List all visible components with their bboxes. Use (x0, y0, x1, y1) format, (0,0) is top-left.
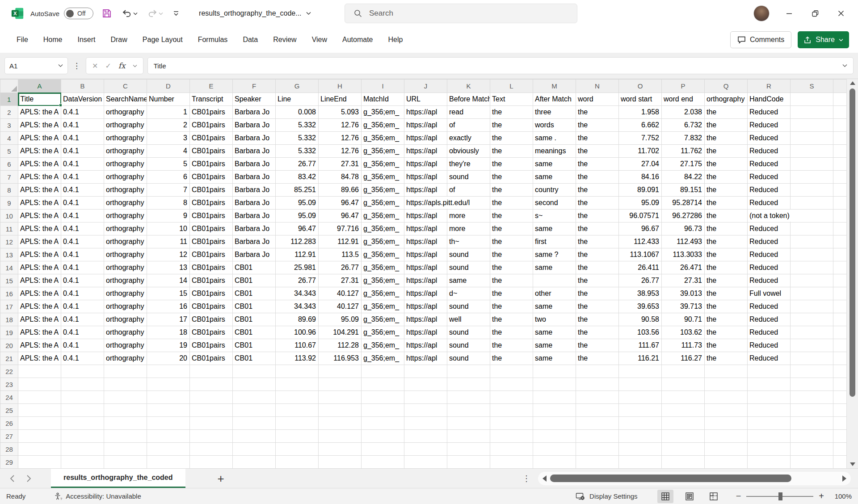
cell-K1[interactable]: Before Match (447, 93, 490, 106)
cell-J16[interactable]: https://apl (404, 287, 447, 300)
cell-partial-9[interactable] (833, 197, 847, 210)
tab-automate[interactable]: Automate (335, 31, 380, 48)
cell-N18[interactable]: the (576, 313, 619, 326)
tab-page-layout[interactable]: Page Layout (135, 31, 190, 48)
cell-F17[interactable]: CB01 (233, 300, 276, 313)
cell-E27[interactable] (190, 430, 233, 443)
cell-M17[interactable]: same (533, 300, 576, 313)
cell-M18[interactable]: two (533, 313, 576, 326)
cell-M28[interactable] (533, 443, 576, 456)
cell-N23[interactable] (576, 378, 619, 391)
cell-K20[interactable]: sound (447, 339, 490, 352)
cell-L12[interactable]: the (490, 235, 533, 248)
cell-C13[interactable]: orthography (104, 248, 147, 261)
cell-P5[interactable]: 11.762 (662, 145, 705, 158)
cell-O10[interactable]: 96.07571 (619, 210, 662, 223)
cell-F14[interactable]: CB01 (233, 261, 276, 274)
cell-L8[interactable]: the (490, 184, 533, 197)
cell-O5[interactable]: 11.702 (619, 145, 662, 158)
cell-R16[interactable]: Full vowel (748, 287, 791, 300)
cell-S18[interactable] (791, 313, 833, 326)
cell-E25[interactable] (190, 404, 233, 417)
cell-F10[interactable]: Barbara Jo (233, 210, 276, 223)
cell-O13[interactable]: 113.1067 (619, 248, 662, 261)
cell-N10[interactable]: the (576, 210, 619, 223)
cell-B29[interactable] (61, 456, 104, 469)
cell-L19[interactable]: the (490, 326, 533, 339)
cell-K26[interactable] (447, 417, 490, 430)
cell-partial-17[interactable] (833, 300, 847, 313)
cell-B21[interactable]: 0.4.1 (61, 352, 104, 365)
cell-D28[interactable] (147, 443, 190, 456)
cell-F3[interactable]: Barbara Jo (233, 119, 276, 132)
cell-R9[interactable]: Reduced (748, 197, 791, 210)
cell-S28[interactable] (791, 443, 833, 456)
cell-H24[interactable] (319, 391, 362, 404)
cell-D23[interactable] (147, 378, 190, 391)
cell-E14[interactable]: CB01pairs (190, 261, 233, 274)
cell-R29[interactable] (748, 456, 791, 469)
cell-K18[interactable]: well (447, 313, 490, 326)
cell-F25[interactable] (233, 404, 276, 417)
cell-E5[interactable]: CB01pairs (190, 145, 233, 158)
cell-S19[interactable] (791, 326, 833, 339)
cell-R8[interactable]: Reduced (748, 184, 791, 197)
cell-M6[interactable]: same (533, 158, 576, 171)
cell-M8[interactable]: country (533, 184, 576, 197)
cell-A22[interactable] (18, 365, 61, 378)
cell-B13[interactable]: 0.4.1 (61, 248, 104, 261)
cell-Q23[interactable] (705, 378, 748, 391)
cell-A11[interactable]: APLS: the A (18, 223, 61, 235)
column-header-E[interactable]: E (190, 80, 233, 93)
cell-K7[interactable]: sound (447, 171, 490, 184)
tab-insert[interactable]: Insert (70, 31, 103, 48)
cell-A14[interactable]: APLS: the A (18, 261, 61, 274)
tab-formulas[interactable]: Formulas (190, 31, 236, 48)
row-header-15[interactable]: 15 (0, 274, 18, 287)
cell-I18[interactable]: g_356;em_ (362, 313, 404, 326)
cell-D7[interactable]: 6 (147, 171, 190, 184)
cell-J23[interactable] (404, 378, 447, 391)
cell-C25[interactable] (104, 404, 147, 417)
row-header-9[interactable]: 9 (0, 197, 18, 210)
zoom-level[interactable]: 100% (832, 492, 852, 500)
cell-S7[interactable] (791, 171, 833, 184)
cell-H13[interactable]: 113.5 (319, 248, 362, 261)
cell-partial-14[interactable] (833, 261, 847, 274)
cell-C16[interactable]: orthography (104, 287, 147, 300)
cell-I26[interactable] (362, 417, 404, 430)
cell-D20[interactable]: 19 (147, 339, 190, 352)
cell-partial-7[interactable] (833, 171, 847, 184)
row-header-22[interactable]: 22 (0, 365, 18, 378)
cell-H10[interactable]: 96.47 (319, 210, 362, 223)
cell-B27[interactable] (61, 430, 104, 443)
cell-K12[interactable]: th~ (447, 235, 490, 248)
cell-G2[interactable]: 0.008 (276, 106, 319, 119)
cell-L7[interactable]: the (490, 171, 533, 184)
cell-M12[interactable]: first (533, 235, 576, 248)
cell-P7[interactable]: 84.22 (662, 171, 705, 184)
cell-J29[interactable] (404, 456, 447, 469)
row-header-21[interactable]: 21 (0, 352, 18, 365)
cell-H11[interactable]: 97.716 (319, 223, 362, 235)
cell-partial-29[interactable] (833, 456, 847, 469)
cell-B14[interactable]: 0.4.1 (61, 261, 104, 274)
cell-I29[interactable] (362, 456, 404, 469)
cell-G14[interactable]: 25.981 (276, 261, 319, 274)
cell-K29[interactable] (447, 456, 490, 469)
cell-G9[interactable]: 95.09 (276, 197, 319, 210)
cell-P24[interactable] (662, 391, 705, 404)
cell-E24[interactable] (190, 391, 233, 404)
cell-N12[interactable]: the (576, 235, 619, 248)
column-header-Q[interactable]: Q (705, 80, 748, 93)
cell-O28[interactable] (619, 443, 662, 456)
cell-N29[interactable] (576, 456, 619, 469)
cell-J10[interactable]: https://apl (404, 210, 447, 223)
cell-partial-13[interactable] (833, 248, 847, 261)
cell-A3[interactable]: APLS: the A (18, 119, 61, 132)
cell-I28[interactable] (362, 443, 404, 456)
cell-M14[interactable]: same (533, 261, 576, 274)
cell-H20[interactable]: 112.28 (319, 339, 362, 352)
cell-O29[interactable] (619, 456, 662, 469)
cell-O12[interactable]: 112.433 (619, 235, 662, 248)
